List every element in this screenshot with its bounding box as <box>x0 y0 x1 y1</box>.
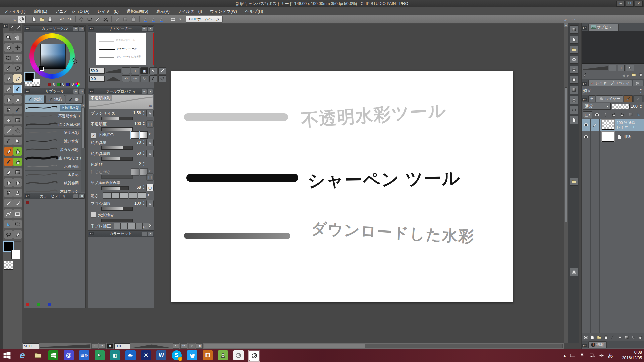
ruler-tool[interactable] <box>4 220 13 228</box>
rectangle-tool[interactable] <box>13 209 22 218</box>
info-tab[interactable]: i 情報 <box>588 341 607 348</box>
mapping-pen-tool[interactable] <box>13 74 22 83</box>
subtool-item[interactable]: 透明水彩 <box>25 129 81 137</box>
palette-swatch-blue[interactable] <box>48 303 51 306</box>
layer-color-tab[interactable] <box>624 95 633 102</box>
subtool-item[interactable]: 不透明水彩 <box>25 104 81 112</box>
subview-prev-icon[interactable]: ◀ <box>622 74 625 77</box>
menu-selection[interactable]: 選択範囲(S) <box>123 7 152 15</box>
paint-density-slider[interactable] <box>101 157 133 161</box>
eraser-tool[interactable] <box>13 95 22 104</box>
subtool-tab-ink[interactable]: 墨 <box>66 95 83 104</box>
base-mix-checkbox[interactable]: ✓ <box>91 133 96 139</box>
taskbar-clock[interactable]: 0:08 2016/12/05 <box>622 350 642 361</box>
burst-tool[interactable] <box>13 126 22 135</box>
taskbar-internet-explorer[interactable]: e <box>17 350 28 361</box>
delete-layer-button[interactable] <box>637 334 643 340</box>
panel-minimize-icon[interactable]: ─ <box>142 232 147 236</box>
color-stretch-spinner[interactable]: ▲▼ <box>142 161 146 167</box>
brush-size-spinner[interactable]: ▲▼ <box>142 110 146 116</box>
new-file-button[interactable] <box>30 16 38 23</box>
blend-2-tool[interactable] <box>4 189 13 197</box>
navigator-zoom-slider[interactable] <box>106 68 121 73</box>
menu-view[interactable]: 表示(V) <box>152 7 174 15</box>
operation-tool[interactable] <box>13 43 22 52</box>
rotate-reset-button[interactable] <box>158 75 166 82</box>
save-button[interactable] <box>46 16 54 23</box>
duplicate-layer-button[interactable] <box>603 334 609 340</box>
brush-density-pressure-button[interactable]: ≋ <box>146 200 154 207</box>
decoration-tool[interactable] <box>13 106 22 114</box>
auto-select-tool[interactable] <box>13 54 22 62</box>
transparent-swatch[interactable] <box>4 261 13 270</box>
marquee-tool[interactable] <box>4 54 13 62</box>
collapsed-palette-icon[interactable] <box>570 178 578 186</box>
panel-menu-icon[interactable]: ▶≡ <box>582 26 587 30</box>
taskbar-movie-app[interactable]: 🎞 <box>202 350 213 361</box>
status-rotation-slider[interactable] <box>131 344 172 348</box>
gradient-3-tool[interactable] <box>13 168 22 176</box>
subtool-tab-oil[interactable]: 油彩 <box>45 95 65 104</box>
paint-amount-pressure-button[interactable]: ≋ <box>146 139 154 146</box>
scroll-up-icon[interactable]: ▲ <box>81 104 85 107</box>
reset-view-button[interactable] <box>149 75 157 82</box>
sub-mix-slider[interactable] <box>101 186 129 190</box>
flip-view-button[interactable] <box>158 67 166 74</box>
taskbar-green-app[interactable] <box>94 350 105 361</box>
tray-network-icon[interactable] <box>589 349 595 362</box>
taskbar-skype[interactable]: S! <box>171 350 182 361</box>
wrench-icon[interactable] <box>147 223 152 230</box>
panel-menu-icon[interactable]: ▶≡ <box>25 194 30 198</box>
gradient-tool[interactable] <box>13 116 22 124</box>
layer-visible-icon[interactable] <box>582 119 591 131</box>
panel-minimize-icon[interactable]: ─ <box>142 26 147 31</box>
color-mixer-icon[interactable] <box>75 82 80 87</box>
right-dock-expand-icon[interactable]: ‹ › <box>570 17 576 21</box>
taskbar-store[interactable] <box>48 350 59 361</box>
subview-eyedropper-icon[interactable] <box>583 72 588 78</box>
taskbar-teal-app[interactable]: ◧ <box>109 350 121 361</box>
sub-color-swatch[interactable] <box>11 250 20 259</box>
subview-zoom-in-button[interactable]: + <box>618 65 625 71</box>
menu-file[interactable]: ファイル(F) <box>0 7 30 15</box>
taskbar-mail[interactable]: @ <box>63 350 74 361</box>
snap-special-ruler-button[interactable] <box>150 16 157 23</box>
status-fit-button[interactable]: ▣ <box>107 343 113 349</box>
status-zoom-slider[interactable] <box>40 344 90 348</box>
sub-mix-spinner[interactable]: ▲▼ <box>142 184 146 190</box>
taskbar-onedrive[interactable] <box>125 350 136 361</box>
paint-amount-spinner[interactable]: ▲▼ <box>142 139 146 145</box>
select-area-button[interactable] <box>86 16 93 23</box>
layer-palette-icon[interactable] <box>583 334 589 340</box>
rotate-ccw-button[interactable]: ↶ <box>122 75 130 82</box>
collapsed-palette-icon[interactable] <box>570 106 578 114</box>
menu-layer[interactable]: レイヤー(L) <box>93 7 123 15</box>
redo-button[interactable]: ↷ <box>66 16 73 23</box>
sv-marker[interactable] <box>40 67 44 71</box>
stamp-tool[interactable] <box>13 189 22 197</box>
subtool-item[interactable]: 紙質強調 <box>25 179 81 187</box>
layer-thumbnail[interactable] <box>602 120 614 130</box>
navigator-preview[interactable]: 不透明水彩ツール シャーペン ツール ダウンロードした水彩 <box>96 33 146 65</box>
menu-filter[interactable]: フィルター(I) <box>174 7 206 15</box>
saturation-value-square[interactable] <box>40 44 66 69</box>
pen-tool[interactable] <box>4 74 13 83</box>
pencil-tool[interactable] <box>4 85 13 93</box>
paper-thumbnail[interactable] <box>602 132 614 142</box>
transfer-layer-button[interactable] <box>617 334 623 340</box>
layer-lock-icon[interactable] <box>610 112 618 118</box>
layer-opacity-value[interactable]: 100 <box>631 104 638 109</box>
subview-trash-icon[interactable] <box>638 72 643 78</box>
transparent-color-swatch[interactable] <box>25 82 40 86</box>
border-effect-tab[interactable] <box>633 80 643 86</box>
marquee-2-tool[interactable] <box>13 220 22 228</box>
opacity-option-button[interactable]: ▢ <box>146 120 154 128</box>
brush-size-value[interactable]: 1.56 <box>129 111 141 115</box>
subview-switch-button[interactable] <box>626 65 634 71</box>
hardness-segments[interactable] <box>103 192 146 199</box>
subtool-item[interactable]: 不透明水彩 3 <box>25 112 81 120</box>
paint-amount-value[interactable]: 70 <box>129 140 141 145</box>
lasso-tool[interactable] <box>13 64 22 72</box>
panel-close-icon[interactable]: ✕ <box>79 26 85 31</box>
invert-select-button[interactable] <box>102 16 109 23</box>
